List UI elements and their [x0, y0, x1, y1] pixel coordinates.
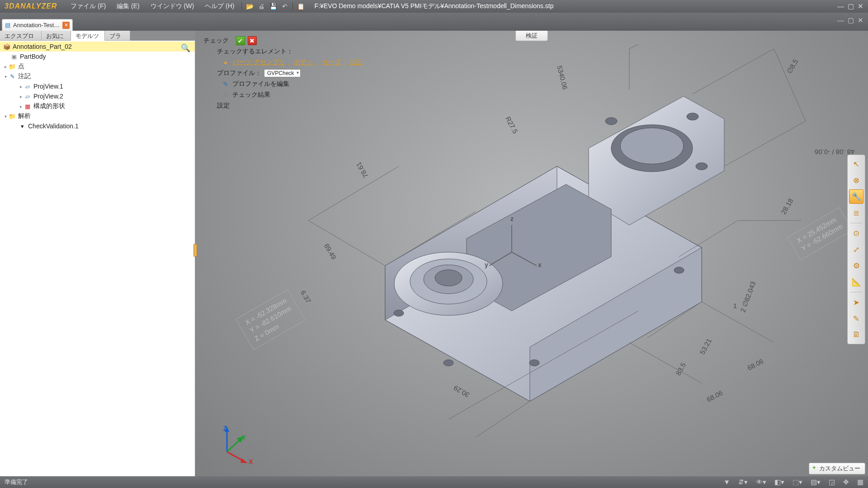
- save-icon[interactable]: 💾: [269, 2, 278, 11]
- check-icon: ▾: [18, 122, 26, 130]
- box-icon[interactable]: ⬚▾: [793, 478, 802, 486]
- tree-constructive[interactable]: ▸▦ 構成的形状: [0, 101, 195, 111]
- svg-point-2: [605, 117, 617, 125]
- document-tab-label: Annotation-Test…: [13, 22, 60, 28]
- tool-measure[interactable]: 🔧: [849, 189, 863, 204]
- tool-edit[interactable]: ✎: [849, 311, 863, 326]
- settings-icon[interactable]: 📋: [296, 2, 305, 11]
- tool-gear[interactable]: ⚙: [849, 258, 863, 273]
- custom-view-button[interactable]: カスタムビュー: [809, 463, 865, 474]
- triad-y: Y: [242, 434, 246, 441]
- svg-point-12: [674, 267, 684, 273]
- render-mode-icon[interactable]: ◧▾: [774, 478, 784, 486]
- tool-locate[interactable]: ⊙: [849, 226, 863, 240]
- folder-icon: 📁: [8, 113, 16, 120]
- svg-point-1: [620, 128, 684, 164]
- view-icon: ▱: [24, 93, 32, 100]
- axis-triad: [209, 425, 250, 465]
- tab-favorites[interactable]: お気に入り: [42, 31, 71, 40]
- tree-partbody[interactable]: ▣ PartBody: [0, 52, 195, 61]
- tree-projview2[interactable]: ▸▱ ProjView.2: [0, 91, 195, 101]
- part-icon: 📦: [3, 43, 11, 50]
- annotation-icon: ✎: [8, 73, 16, 80]
- svg-point-3: [687, 113, 698, 120]
- menu-file[interactable]: ファイル (F): [65, 2, 111, 10]
- triad-x: X: [249, 458, 253, 465]
- move-icon[interactable]: ✥: [843, 478, 849, 486]
- svg-point-10: [443, 360, 453, 366]
- document-icon: ▧: [5, 22, 10, 28]
- viewport-3d[interactable]: 検証 チェック ✔ ✖ ▸ チェックするエレメント： ● パーツ-アセンブリ, …: [195, 31, 868, 476]
- document-tabstrip: ▧ Annotation-Test… ✕ — ▢ ✕: [0, 13, 868, 31]
- right-toolbar: ↖ ⊗ 🔧 ≣ ⊙ ⤢ ⚙ 📐 ➤ ✎ 🗎: [847, 155, 865, 344]
- document-tab[interactable]: ▧ Annotation-Test… ✕: [2, 19, 73, 31]
- folder-icon: 📁: [8, 63, 16, 70]
- tool-angle[interactable]: 📐: [849, 275, 863, 289]
- doc-close[interactable]: ✕: [858, 16, 863, 24]
- view-icon: ▱: [24, 83, 32, 90]
- layers-icon[interactable]: ⇵▾: [738, 478, 748, 486]
- svg-marker-19: [241, 458, 248, 463]
- triad-z: Z: [223, 425, 227, 432]
- tool-pointer[interactable]: ➤: [849, 295, 863, 310]
- close-tab-icon[interactable]: ✕: [62, 22, 70, 29]
- window-close[interactable]: ✕: [858, 2, 863, 10]
- geometry-icon: ▦: [24, 103, 32, 110]
- model-tree-panel: 🔍 📦 Annotations_Part_02 ▣ PartBody ▸📁 点 …: [0, 41, 195, 476]
- window-maximize[interactable]: ▢: [848, 2, 854, 10]
- title-path: F:¥EVO Demo models¥CATIA V5 PMIモデル¥Annot…: [315, 2, 554, 10]
- view-cube-icon[interactable]: ◲: [829, 478, 835, 486]
- svg-point-8: [435, 270, 462, 286]
- axis-z-label: z: [510, 215, 514, 222]
- tree-annotations[interactable]: ▾✎ 注記: [0, 71, 195, 81]
- svg-point-11: [529, 360, 539, 366]
- doc-maximize[interactable]: ▢: [848, 16, 854, 24]
- grid-icon[interactable]: ▦: [857, 478, 863, 486]
- status-text: 準備完了: [5, 478, 28, 486]
- status-bar: 準備完了 ▼ ⇵▾ 👁▾ ◧▾ ⬚▾ ▤▾ ◲ ✥ ▦: [0, 476, 868, 488]
- menubar: 3DANALYZER ファイル (F) 編集 (E) ウインドウ (W) ヘルプ…: [0, 0, 868, 13]
- app-logo: 3DANALYZER: [3, 2, 65, 10]
- tool-document[interactable]: 🗎: [849, 328, 863, 342]
- filter-icon[interactable]: ▼: [723, 478, 730, 486]
- menu-edit[interactable]: 編集 (E): [111, 2, 145, 10]
- tool-select[interactable]: ↖: [849, 157, 863, 171]
- tab-model-tree[interactable]: モデルツリー: [71, 31, 104, 41]
- search-icon[interactable]: 🔍: [181, 43, 190, 53]
- tree-root[interactable]: 📦 Annotations_Part_02: [0, 42, 195, 52]
- tab-explorer[interactable]: エクスプローラー: [0, 31, 42, 40]
- open-icon[interactable]: 📂: [245, 2, 254, 11]
- tree-points[interactable]: ▸📁 点: [0, 61, 195, 71]
- body-icon: ▣: [10, 53, 18, 60]
- splitter-grip[interactable]: [193, 244, 197, 257]
- tool-list[interactable]: ≣: [849, 206, 863, 220]
- model-render: [195, 31, 868, 476]
- menu-window[interactable]: ウインドウ (W): [145, 2, 199, 10]
- tool-scale[interactable]: ⤢: [849, 242, 863, 257]
- menu-help[interactable]: ヘルプ (H): [199, 2, 240, 10]
- tree-analysis[interactable]: ▾📁 解析: [0, 111, 195, 121]
- axis-x-label: x: [538, 261, 542, 268]
- doc-minimize[interactable]: —: [837, 16, 844, 24]
- svg-point-9: [394, 310, 404, 316]
- window-minimize[interactable]: —: [837, 2, 844, 10]
- visibility-icon[interactable]: 👁▾: [756, 478, 766, 486]
- svg-point-4: [696, 163, 708, 170]
- tab-browser[interactable]: ブラウザ: [105, 31, 130, 40]
- axis-y-label: y: [485, 261, 488, 268]
- side-tabstrip: エクスプローラー お気に入り モデルツリー ブラウザ: [0, 31, 130, 41]
- align-icon[interactable]: ▤▾: [811, 478, 821, 486]
- print-icon[interactable]: 🖨: [257, 2, 266, 11]
- undo-icon[interactable]: ↶: [280, 2, 289, 11]
- tree-projview1[interactable]: ▸▱ ProjView.1: [0, 81, 195, 91]
- tree-checkvalidation[interactable]: ▾ CheckValidation.1: [0, 121, 195, 131]
- tool-target[interactable]: ⊗: [849, 173, 863, 188]
